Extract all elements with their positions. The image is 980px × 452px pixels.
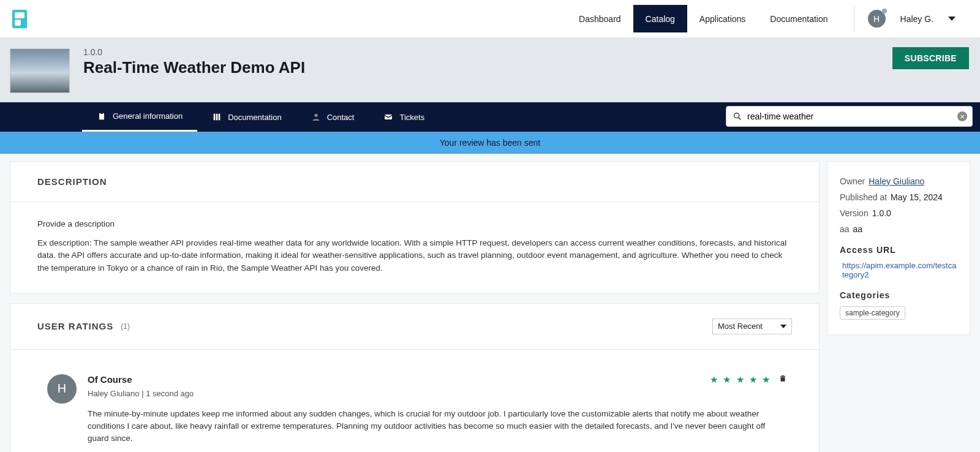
tab-documentation[interactable]: Documentation [197, 102, 296, 132]
svg-point-5 [314, 114, 317, 117]
ratings-count: (1) [121, 322, 130, 331]
svg-line-8 [739, 118, 741, 119]
tab-label: Tickets [399, 113, 424, 122]
notification-banner: Your review has been sent [0, 132, 980, 154]
aa-label: aa [840, 224, 850, 234]
nav-documentation[interactable]: Documentation [758, 5, 840, 32]
ratings-card: USER RATINGS (1) Most Recent H Of Course… [10, 303, 820, 452]
tab-contact[interactable]: Contact [296, 102, 369, 132]
review-meta: Haley Giuliano | 1 second ago [88, 389, 787, 398]
star-rating: ★ ★ ★ ★ ★ [710, 374, 771, 385]
nav-divider [854, 7, 854, 31]
review-avatar: H [47, 374, 77, 404]
search-icon [733, 111, 742, 121]
description-card: DESCRIPTION Provide a description Ex des… [10, 161, 820, 293]
description-intro: Provide a description [10, 202, 819, 230]
svg-rect-0 [99, 113, 104, 119]
clipboard-icon [97, 111, 107, 121]
user-menu-caret-icon[interactable] [948, 17, 956, 21]
content-area: DESCRIPTION Provide a description Ex des… [0, 154, 980, 452]
nav-dashboard[interactable]: Dashboard [567, 5, 633, 32]
sort-value: Most Recent [718, 322, 763, 331]
categories-heading: Categories [840, 290, 957, 300]
svg-rect-1 [100, 112, 103, 114]
description-body: Ex description: The sample weather API p… [10, 230, 819, 293]
mail-icon [383, 112, 393, 122]
ratings-heading: USER RATINGS [37, 321, 113, 331]
page-header: 1.0.0 Real-Time Weather Demo API SUBSCRI… [0, 37, 980, 102]
person-icon [311, 112, 321, 122]
header-area: 1.0.0 Real-Time Weather Demo API SUBSCRI… [0, 37, 980, 132]
aa-value: aa [853, 224, 863, 234]
category-tag[interactable]: sample-category [840, 306, 905, 320]
top-nav: Dashboard Catalog Applications Documenta… [0, 0, 980, 37]
review-text: The minute-by-minute updates keep me inf… [88, 408, 787, 445]
published-value: May 15, 2024 [891, 192, 943, 202]
owner-link[interactable]: Haley Giuliano [869, 176, 924, 186]
svg-rect-2 [214, 114, 216, 121]
version-value: 1.0.0 [872, 208, 891, 218]
avatar[interactable]: H [868, 10, 886, 28]
review-time: 1 second ago [146, 389, 194, 398]
svg-point-7 [734, 113, 739, 118]
search-input[interactable] [747, 111, 957, 121]
search-box[interactable]: ✕ [726, 106, 973, 127]
nav-applications[interactable]: Applications [687, 5, 758, 32]
bars-icon [212, 112, 222, 122]
access-url-link[interactable]: https://apim.example.com/testcategory2 [840, 261, 957, 279]
sub-nav: General information Documentation Contac… [0, 102, 980, 132]
tab-label: Contact [327, 113, 355, 122]
clear-icon[interactable]: ✕ [957, 111, 967, 121]
access-url-heading: Access URL [840, 245, 957, 255]
tab-label: General information [113, 111, 183, 121]
svg-rect-4 [219, 114, 221, 121]
owner-label: Owner [840, 176, 865, 186]
delete-icon[interactable] [778, 374, 787, 385]
published-label: Published at [840, 192, 887, 202]
tab-label: Documentation [228, 113, 281, 122]
subscribe-button[interactable]: SUBSCRIBE [892, 47, 969, 69]
version-label: Version [840, 208, 869, 218]
description-heading: DESCRIPTION [10, 162, 819, 202]
api-version: 1.0.0 [83, 47, 305, 57]
tab-tickets[interactable]: Tickets [369, 102, 439, 132]
svg-rect-11 [782, 375, 784, 376]
api-thumbnail [10, 48, 70, 93]
chevron-down-icon [780, 325, 786, 328]
user-name-label: Haley G. [900, 14, 933, 24]
review-item: H Of Course ★ ★ ★ ★ ★ Haley Giuliano | 1… [10, 350, 819, 452]
nav-catalog[interactable]: Catalog [633, 5, 687, 32]
svg-rect-3 [216, 114, 218, 121]
review-author: Haley Giuliano [88, 389, 140, 398]
svg-rect-10 [780, 376, 785, 377]
svg-rect-9 [781, 377, 785, 382]
sidebar: Owner Haley Giuliano Published at May 15… [827, 161, 970, 335]
review-title: Of Course [88, 374, 132, 385]
logo-icon[interactable] [12, 10, 27, 28]
ratings-header: USER RATINGS (1) Most Recent [10, 304, 819, 350]
sort-select[interactable]: Most Recent [712, 318, 792, 334]
api-title: Real-Time Weather Demo API [83, 58, 305, 77]
tab-general-information[interactable]: General information [82, 102, 197, 132]
